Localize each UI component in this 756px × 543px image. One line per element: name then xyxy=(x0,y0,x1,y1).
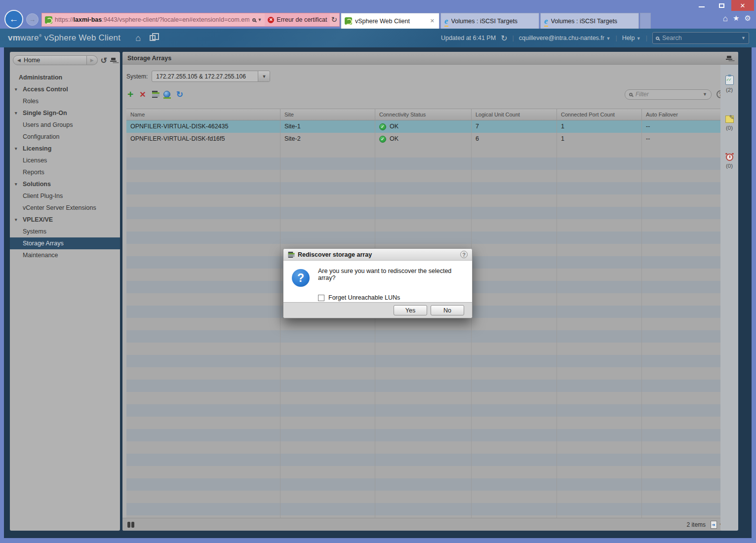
updated-timestamp: Updated at 6:41 PM xyxy=(441,35,496,41)
close-button[interactable]: ✕ xyxy=(731,0,754,11)
refresh-inventory-icon[interactable]: ↻ xyxy=(501,34,507,43)
column-header-site[interactable]: Site xyxy=(280,109,375,120)
array-properties-button[interactable] xyxy=(152,91,158,98)
window-bottom-border xyxy=(0,538,756,543)
help-menu[interactable]: Help ▼ xyxy=(622,35,641,41)
system-dropdown-value: 172.27.255.105 & 172.27.255.106 xyxy=(152,73,258,80)
sidebar-item-reports[interactable]: Reports xyxy=(10,166,120,178)
work-in-progress-icon xyxy=(725,116,734,123)
chevron-down-icon[interactable]: ▼ xyxy=(258,71,270,81)
forget-luns-checkbox[interactable] xyxy=(318,295,324,301)
new-tab-button[interactable] xyxy=(640,13,651,29)
favorites-star-icon[interactable]: ★ xyxy=(733,14,739,24)
alarms-shortcut[interactable]: (0) xyxy=(726,154,733,169)
chevron-down-icon: ▼ xyxy=(703,92,707,97)
nav-home-button[interactable]: ◀ Home xyxy=(13,55,87,65)
nav-forward-button[interactable]: ▶ xyxy=(87,55,98,65)
browser-tab[interactable]: e Volumes : iSCSI Targets xyxy=(440,13,539,29)
address-bar[interactable]: https://laxmi-bas:9443/vsphere-client/?l… xyxy=(41,13,340,27)
table-row[interactable]: OPNFILER-VIRTUAL-DISK-462435 Site-1 ✓ OK… xyxy=(126,120,724,133)
settings-gear-icon[interactable]: ⚙ xyxy=(745,14,751,24)
navigator-sidebar: ◀ Home ▶ ↺ Administration ▾ Access Contr… xyxy=(10,52,120,531)
forward-button[interactable]: → xyxy=(26,13,39,26)
export-list-icon[interactable] xyxy=(711,521,717,529)
yes-button[interactable]: Yes xyxy=(394,305,427,315)
app-home-icon[interactable]: ⌂ xyxy=(135,33,141,43)
sidebar-item-licensing[interactable]: ▾ Licensing xyxy=(10,143,120,155)
address-search-control[interactable]: ▼ xyxy=(252,17,262,22)
refresh-page-icon[interactable]: ↻ xyxy=(331,15,337,24)
browser-tab[interactable]: e Volumes : iSCSI Targets xyxy=(540,13,639,29)
user-menu[interactable]: cquillevere@intra.chu-nantes.fr ▼ xyxy=(519,35,611,41)
sidebar-item-single-sign-on[interactable]: ▾ Single Sign-On xyxy=(10,107,120,119)
minimize-button[interactable] xyxy=(692,0,712,11)
sidebar-item-client-plug-ins[interactable]: Client Plug-Ins xyxy=(10,190,120,202)
column-header-auto-failover[interactable]: Auto Failover xyxy=(642,109,724,120)
vmware-logo: vmware® vSphere Web Client xyxy=(8,33,120,43)
column-header-port-count[interactable]: Connected Port Count xyxy=(557,109,642,120)
nav-home-label: Home xyxy=(24,57,40,64)
sidebar-item-vcenter-server-extensions[interactable]: vCenter Server Extensions xyxy=(10,202,120,214)
chevron-down-icon: ▼ xyxy=(606,36,610,41)
column-header-connectivity[interactable]: Connectivity Status xyxy=(375,109,472,120)
sidebar-item-roles[interactable]: Roles xyxy=(10,95,120,107)
remove-array-button[interactable]: ✕ xyxy=(139,90,146,99)
sidebar-item-users-and-groups[interactable]: Users and Groups xyxy=(10,119,120,131)
vmware-plugin-icon xyxy=(345,17,352,25)
column-header-lun-count[interactable]: Logical Unit Count xyxy=(472,109,557,120)
vsphere-header: vmware® vSphere Web Client ⌂ Updated at … xyxy=(0,29,756,47)
tab-close-icon[interactable]: ✕ xyxy=(429,18,436,24)
product-title: vSphere Web Client xyxy=(44,33,120,42)
status-ok-icon: ✓ xyxy=(379,136,386,143)
refresh-list-button[interactable]: ↻ xyxy=(176,89,183,100)
pin-icon[interactable] xyxy=(726,55,733,62)
no-button[interactable]: No xyxy=(431,305,464,315)
filter-box[interactable]: ▼ xyxy=(625,89,712,100)
back-button[interactable]: ← xyxy=(4,10,23,29)
column-header-name[interactable]: Name xyxy=(126,109,280,120)
sidebar-item-licenses[interactable]: Licenses xyxy=(10,155,120,166)
table-header: Name Site Connectivity Status Logical Un… xyxy=(126,109,724,120)
sidebar-items: Administration ▾ Access Control Roles ▾ … xyxy=(10,72,120,261)
question-icon: ? xyxy=(292,269,310,287)
search-icon xyxy=(629,93,633,96)
home-page-icon[interactable]: ⌂ xyxy=(723,14,728,24)
system-dropdown[interactable]: 172.27.255.105 & 172.27.255.106 ▼ xyxy=(152,71,270,82)
sidebar-item-administration[interactable]: Administration xyxy=(10,72,120,83)
filter-input[interactable] xyxy=(636,91,700,98)
sidebar-item-configuration[interactable]: Configuration xyxy=(10,131,120,143)
storage-array-icon xyxy=(152,91,158,98)
add-array-button[interactable]: + xyxy=(127,90,133,99)
sidebar-item-systems[interactable]: Systems xyxy=(10,226,120,237)
browser-titlebar: ✕ xyxy=(0,0,756,11)
items-count: 2 items xyxy=(686,521,706,528)
global-search-box[interactable]: ▼ xyxy=(652,32,749,44)
sidebar-item-access-control[interactable]: ▾ Access Control xyxy=(10,83,120,95)
sidebar-item-vplex-ve[interactable]: ▾ VPLEX/VE xyxy=(10,214,120,226)
find-binoculars-icon[interactable] xyxy=(127,522,135,528)
certificate-error-icon: ✕ xyxy=(268,17,274,23)
url-text[interactable]: https://laxmi-bas:9443/vsphere-client/?l… xyxy=(55,16,249,23)
maximize-button[interactable] xyxy=(712,0,731,11)
sidebar-item-maintenance[interactable]: Maintenance xyxy=(10,249,120,261)
search-input[interactable] xyxy=(662,35,731,41)
recent-tasks-count: (2) xyxy=(726,87,733,93)
window-controls: ✕ xyxy=(692,0,754,11)
table-row[interactable]: OPNFILER-VIRTUAL-DISK-fd16f5 Site-2 ✓ OK… xyxy=(126,133,724,145)
pin-icon[interactable] xyxy=(110,57,117,64)
recent-tasks-shortcut[interactable]: (2) xyxy=(725,76,734,93)
certificate-error-badge[interactable]: ✕ Erreur de certificat xyxy=(265,13,330,26)
dialog-titlebar[interactable]: Rediscover storage array ? xyxy=(283,249,472,261)
sidebar-item-solutions[interactable]: ▾ Solutions xyxy=(10,178,120,190)
sidebar-item-storage-arrays[interactable]: Storage Arrays xyxy=(10,237,120,249)
certificate-error-label: Erreur de certificat xyxy=(277,16,327,23)
browser-tab[interactable]: vSphere Web Client ✕ xyxy=(341,13,439,29)
history-icon[interactable]: ↺ xyxy=(101,56,107,65)
dialog-help-icon[interactable]: ? xyxy=(460,251,468,258)
open-new-window-icon[interactable] xyxy=(150,35,156,41)
rediscover-array-button[interactable] xyxy=(163,91,170,98)
table-empty-area xyxy=(126,145,724,518)
dialog-title: Rediscover storage array xyxy=(298,251,456,258)
work-in-progress-shortcut[interactable]: (0) xyxy=(725,116,734,131)
system-label: System: xyxy=(126,73,148,80)
